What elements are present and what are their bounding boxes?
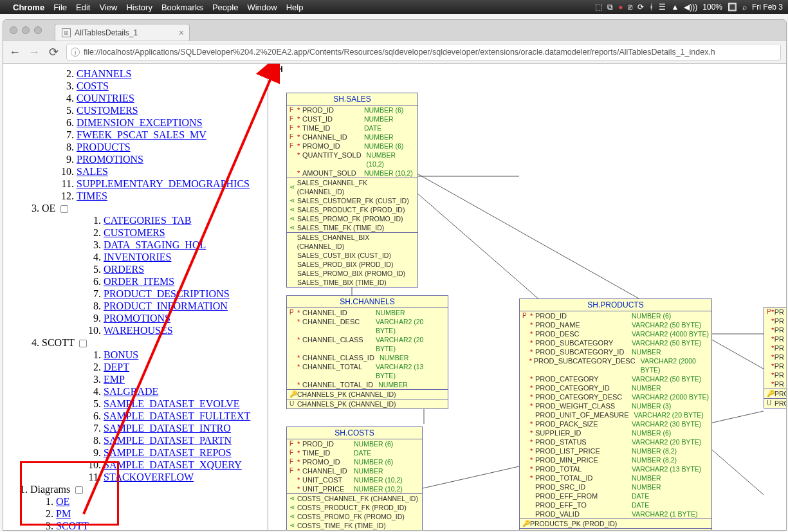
- nav-link[interactable]: DIMENSION_EXCEPTIONS: [77, 117, 268, 129]
- nav-link[interactable]: CATEGORIES_TAB: [104, 215, 268, 226]
- nav-link[interactable]: INVENTORIES: [104, 252, 268, 263]
- nav-link[interactable]: COSTS: [77, 80, 268, 92]
- erd-column: P*PR: [764, 307, 786, 316]
- nav-link[interactable]: EMP: [104, 374, 268, 385]
- erd-column: *PROD_LIST_PRICENUMBER (8,2): [520, 446, 711, 455]
- nav-link[interactable]: SAMPLE_DATASET_PARTN: [104, 435, 268, 446]
- nav-link[interactable]: WAREHOUSES: [104, 325, 268, 336]
- nav-link[interactable]: SAMPLE_DATASET_XQUERY: [104, 459, 268, 471]
- erd-table-partial[interactable]: P*PR*PR*PR*PR*PR*PR*PR*PR*PR🔑PROUPRO: [764, 307, 786, 408]
- erd-column: *AMOUNT_SOLDNUMBER (10,2): [287, 169, 417, 178]
- reload-button[interactable]: ⟳: [47, 45, 60, 59]
- erd-column: PROD_SRC_IDNUMBER: [520, 482, 711, 491]
- erd-table-sales[interactable]: SH.SALESF*PROD_IDNUMBER (6)F*CUST_IDNUMB…: [286, 93, 418, 288]
- dropbox-icon[interactable]: ⧉: [607, 3, 613, 12]
- maximize-button[interactable]: [34, 26, 42, 34]
- nav-link[interactable]: PROMOTIONS: [77, 154, 268, 165]
- bluetooth-icon[interactable]: ᚼ: [649, 3, 654, 12]
- nav-link[interactable]: SAMPLE_DATASET_FULLTEXT: [104, 410, 268, 422]
- erd-column: *UNIT_COSTNUMBER (10,2): [287, 475, 422, 484]
- erd-column: *UNIT_PRICENUMBER (10,2): [287, 484, 422, 493]
- macos-menubar: Chrome File Edit View History Bookmarks …: [0, 0, 788, 14]
- spotlight-icon[interactable]: ⌕: [742, 3, 747, 12]
- battery-text: 100%: [702, 3, 722, 12]
- erd-table-title: SH.COSTS: [287, 427, 422, 439]
- forward-button[interactable]: →: [28, 46, 41, 59]
- battery-icon[interactable]: 🔳: [728, 3, 737, 12]
- nav-link[interactable]: FWEEK_PSCAT_SALES_MV: [77, 129, 268, 141]
- nav-link[interactable]: PRODUCT_INFORMATION: [104, 300, 268, 312]
- wifi-icon[interactable]: ☰: [659, 3, 666, 12]
- nav-link[interactable]: COUNTRIES: [77, 93, 268, 104]
- nav-link[interactable]: DEPT: [104, 362, 268, 373]
- nav-link[interactable]: DATA_STAGING_HOL: [104, 239, 268, 251]
- close-button[interactable]: [10, 26, 17, 34]
- nav-link[interactable]: STACKOVERFLOW: [104, 472, 268, 483]
- erd-fk: ⋖SALES_PRODUCT_FK (PROD_ID): [287, 205, 417, 214]
- menubar-app[interactable]: Chrome: [13, 3, 44, 12]
- erd-table-costs[interactable]: SH.COSTSF*PROD_IDNUMBER (6)F*TIME_IDDATE…: [286, 427, 423, 530]
- erd-column: *CHANNEL_TOTAL_IDNUMBER: [287, 380, 448, 389]
- nav-link[interactable]: TIMES: [77, 190, 268, 202]
- menu-bookmarks[interactable]: Bookmarks: [161, 3, 203, 12]
- erd-table-channels[interactable]: SH.CHANNELSP*CHANNEL_IDNUMBER*CHANNEL_DE…: [286, 295, 448, 409]
- info-icon[interactable]: i: [71, 48, 80, 57]
- schema-label: SH: [272, 65, 283, 74]
- nav-group-oe[interactable]: OE CATEGORIES_TABCUSTOMERSDATA_STAGING_H…: [42, 203, 268, 336]
- menu-edit[interactable]: Edit: [76, 3, 90, 12]
- nav-link[interactable]: CHANNELS: [77, 68, 268, 80]
- nav-link[interactable]: BONUS: [104, 349, 268, 361]
- menu-help[interactable]: Help: [286, 3, 304, 12]
- nav-link[interactable]: CUSTOMERS: [77, 105, 268, 116]
- checkbox-icon[interactable]: [60, 205, 68, 213]
- nav-link[interactable]: SALGRADE: [104, 386, 268, 398]
- nav-link[interactable]: SAMPLE_DATASET_REPOS: [104, 447, 268, 459]
- display-icon[interactable]: ⎚: [628, 3, 632, 12]
- erd-index: SALES_PROD_BIX (PROD_ID): [287, 260, 417, 269]
- status-icon[interactable]: ⬚: [595, 3, 602, 12]
- nav-link[interactable]: SAMPLE_DATASET_EVOLVE: [104, 398, 268, 410]
- status-dot-icon[interactable]: ●: [618, 3, 623, 12]
- erd-index: SALES_TIME_BIX (TIME_ID): [287, 278, 417, 287]
- sync-icon[interactable]: ⟳: [637, 3, 644, 12]
- erd-uq: UPRODUCTS_PK (PROD_ID): [520, 529, 711, 530]
- nav-link[interactable]: PROMOTIONS: [104, 313, 268, 324]
- erd-table-products[interactable]: SH.PRODUCTSP*PROD_IDNUMBER (6)*PROD_NAME…: [519, 298, 712, 530]
- eject-icon[interactable]: ▲: [671, 3, 679, 12]
- erd-column: *PR: [764, 316, 786, 326]
- nav-pane[interactable]: CHANNELSCOSTSCOUNTRIESCUSTOMERSDIMENSION…: [3, 64, 268, 530]
- nav-link[interactable]: PRODUCT_DESCRIPTIONS: [104, 288, 268, 300]
- erd-index: SALES_CUST_BIX (CUST_ID): [287, 251, 417, 260]
- nav-link[interactable]: SUPPLEMENTARY_DEMOGRAPHICS: [77, 178, 268, 190]
- erd-column: F*CHANNEL_IDNUMBER: [287, 133, 417, 142]
- erd-pk: 🔑PRODUCTS_PK (PROD_ID): [520, 519, 711, 528]
- erd-pk: 🔑CHANNELS_PK (CHANNEL_ID): [287, 390, 448, 399]
- menu-view[interactable]: View: [99, 3, 117, 12]
- nav-link[interactable]: SAMPLE_DATASET_INTRO: [104, 423, 268, 434]
- checkbox-icon[interactable]: [79, 340, 87, 347]
- menu-people[interactable]: People: [212, 3, 238, 12]
- nav-link[interactable]: ORDERS: [104, 264, 268, 275]
- erd-column: *PR: [764, 362, 786, 371]
- close-icon[interactable]: ×: [179, 28, 184, 38]
- erd-column: F*PROMO_IDNUMBER (6): [287, 457, 422, 466]
- menu-history[interactable]: History: [126, 3, 152, 12]
- back-button[interactable]: ←: [8, 46, 21, 59]
- erd-column: *PROD_SUBCATEGORY_DESCVARCHAR2 (2000 BYT…: [520, 356, 711, 374]
- erd-column: F*TIME_IDDATE: [287, 448, 422, 457]
- menu-window[interactable]: Window: [247, 3, 277, 12]
- nav-link[interactable]: ORDER_ITEMS: [104, 276, 268, 288]
- erd-fk: ⋖COSTS_PRODUCT_FK (PROD_ID): [287, 503, 422, 512]
- nav-link[interactable]: SALES: [77, 166, 268, 178]
- volume-icon[interactable]: ◀))): [684, 3, 697, 12]
- menu-file[interactable]: File: [53, 3, 67, 12]
- nav-link[interactable]: PRODUCTS: [77, 142, 268, 153]
- browser-tab[interactable]: 🗎 AllTablesDetails_1 ×: [55, 24, 190, 41]
- nav-link[interactable]: CUSTOMERS: [104, 227, 268, 239]
- erd-column: *CHANNEL_CLASS_IDNUMBER: [287, 353, 448, 362]
- minimize-button[interactable]: [22, 26, 30, 34]
- address-bar[interactable]: i file://localhost/Applications/SQLDevel…: [66, 44, 781, 60]
- tab-title: AllTablesDetails_1: [75, 28, 138, 37]
- chrome-window: 🗎 AllTablesDetails_1 × ← → ⟳ i file://lo…: [3, 19, 787, 531]
- diagram-pane[interactable]: SH SH.SALESF*PROD_IDNUMBER (6)F*CUST_IDN…: [268, 64, 786, 530]
